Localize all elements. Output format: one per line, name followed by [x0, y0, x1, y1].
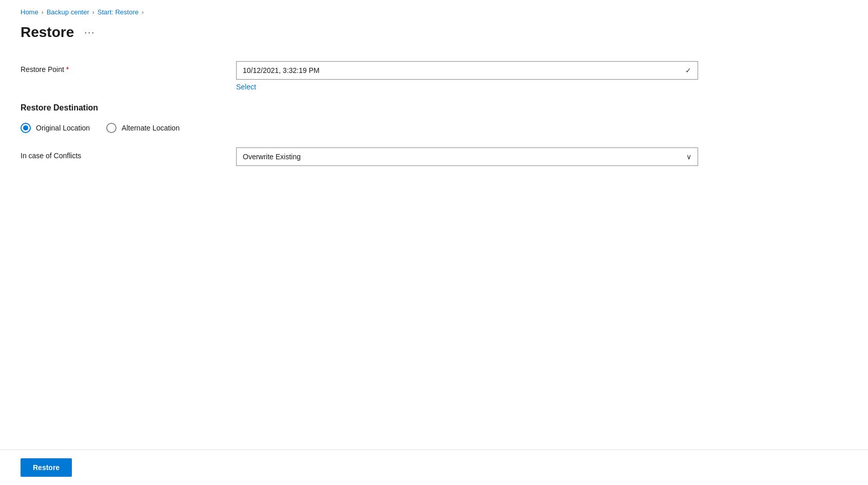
more-options-button[interactable]: ···	[80, 25, 99, 40]
alternate-location-option[interactable]: Alternate Location	[106, 123, 180, 133]
alternate-location-radio[interactable]	[106, 123, 117, 133]
restore-destination-section: Restore Destination Original Location Al…	[21, 103, 847, 166]
original-location-radio[interactable]	[21, 123, 31, 133]
alternate-location-label: Alternate Location	[122, 124, 180, 132]
breadcrumb-backup-center[interactable]: Backup center	[47, 8, 89, 16]
breadcrumb-separator-1: ›	[42, 9, 44, 16]
conflicts-dropdown[interactable]: Overwrite Existing ∨	[236, 147, 698, 166]
conflicts-control-wrapper: Overwrite Existing ∨	[236, 147, 698, 166]
restore-point-row: Restore Point* 10/12/2021, 3:32:19 PM ✓ …	[21, 61, 847, 91]
footer-bar: Restore	[0, 450, 868, 485]
page-title-row: Restore ···	[21, 24, 847, 41]
conflicts-chevron-icon: ∨	[686, 153, 691, 161]
original-location-label: Original Location	[36, 124, 90, 132]
restore-point-value: 10/12/2021, 3:32:19 PM	[243, 66, 319, 74]
restore-destination-heading: Restore Destination	[21, 103, 847, 113]
required-indicator: *	[66, 65, 69, 73]
radio-inner-dot	[23, 125, 28, 130]
conflicts-row: In case of Conflicts Overwrite Existing …	[21, 147, 847, 166]
original-location-option[interactable]: Original Location	[21, 123, 90, 133]
page-title: Restore	[21, 24, 74, 41]
destination-radio-group: Original Location Alternate Location	[21, 123, 847, 133]
restore-button[interactable]: Restore	[21, 458, 72, 477]
breadcrumb-home[interactable]: Home	[21, 8, 38, 16]
breadcrumb-separator-2: ›	[92, 9, 94, 16]
breadcrumb-separator-3: ›	[142, 9, 144, 16]
restore-point-dropdown[interactable]: 10/12/2021, 3:32:19 PM ✓	[236, 61, 698, 80]
breadcrumb: Home › Backup center › Start: Restore ›	[21, 8, 847, 16]
main-content: Home › Backup center › Start: Restore › …	[0, 0, 868, 450]
restore-point-label: Restore Point*	[21, 61, 236, 73]
conflicts-value: Overwrite Existing	[243, 153, 301, 161]
restore-point-select-link[interactable]: Select	[236, 83, 698, 91]
restore-point-control-wrapper: 10/12/2021, 3:32:19 PM ✓ Select	[236, 61, 698, 91]
conflicts-label: In case of Conflicts	[21, 147, 236, 160]
breadcrumb-start-restore[interactable]: Start: Restore	[98, 8, 139, 16]
checkmark-icon: ✓	[685, 66, 691, 74]
